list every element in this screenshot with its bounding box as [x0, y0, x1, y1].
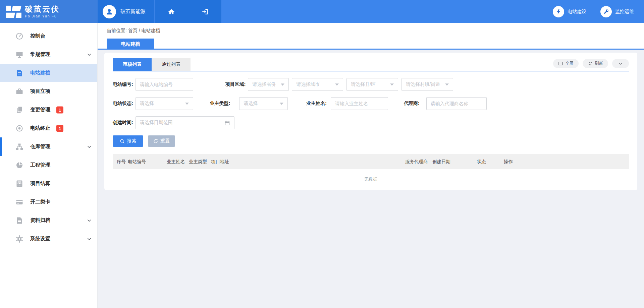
chevron-down-icon: [87, 218, 92, 223]
pie-chart-icon: [15, 161, 23, 169]
content-area: 当前位置: 首页 / 电站建档 电站建档 审核列表 通过列表 全屏: [98, 23, 644, 308]
caret-down-icon: [280, 102, 283, 105]
search-icon: [120, 139, 125, 144]
owner-type-select[interactable]: 请选择: [239, 97, 288, 110]
sidebar-item-dashboard[interactable]: 控制台: [0, 27, 97, 45]
created-time-label: 创建时间:: [113, 120, 133, 126]
home-button[interactable]: [154, 0, 188, 23]
sidebar-item-change-mgmt[interactable]: 变更管理 1: [0, 101, 97, 119]
nav-monitor-ops[interactable]: 监控运维: [600, 6, 634, 17]
col-status: 状态: [477, 154, 486, 170]
breadcrumb: 当前位置: 首页 / 电站建档: [107, 28, 160, 34]
station-no-label: 电站编号:: [113, 81, 133, 87]
reset-button[interactable]: 重置: [148, 135, 175, 147]
date-range-input[interactable]: 请选择日期范围: [136, 116, 234, 129]
agent-label: 代理商:: [404, 101, 420, 107]
station-status-label: 电站状态:: [113, 101, 133, 107]
sidebar: 控制台 常规管理 电站建档 项目立项 变更管理 1: [0, 23, 98, 308]
sidebar-item-data-archive[interactable]: 资料归档: [0, 211, 97, 230]
topbar-nav: 电站建设 监控运维: [553, 0, 644, 23]
station-terminate-badge: 1: [56, 125, 63, 132]
record-circle-icon: [15, 124, 23, 132]
station-status-select[interactable]: 请选择: [136, 97, 193, 110]
col-index: 序号: [117, 154, 126, 170]
topbar: 破茧云伏 Po Jian Yun Fu 破茧新能源: [0, 0, 644, 23]
col-owner-name: 业主姓名: [167, 154, 185, 170]
refresh-button[interactable]: 刷新: [583, 59, 608, 68]
avatar: [103, 5, 116, 18]
sitemap-icon: [15, 143, 23, 151]
nav-station-build[interactable]: 电站建设: [553, 6, 586, 17]
topbar-user-section: 破茧新能源: [98, 0, 221, 23]
topbar-spacer: [221, 0, 553, 23]
empty-state: 无数据: [113, 169, 629, 189]
caret-down-icon: [335, 83, 339, 86]
monitor-icon: [15, 51, 23, 59]
content-header: 当前位置: 首页 / 电站建档 电站建档: [98, 23, 644, 50]
nav-monitor-ops-label: 监控运维: [615, 9, 634, 15]
owner-name-input[interactable]: [331, 97, 388, 110]
company-name: 破茧新能源: [120, 8, 146, 15]
station-no-input[interactable]: [136, 78, 193, 91]
caret-down-icon: [445, 83, 449, 86]
col-create-date: 创建日期: [432, 154, 450, 170]
gauge-icon: [15, 32, 23, 40]
sidebar-item-system-settings[interactable]: 系统设置: [0, 230, 97, 248]
chevron-down-icon: [87, 144, 92, 149]
tab-passed-list[interactable]: 通过列表: [152, 58, 191, 71]
sidebar-item-warehouse-mgmt[interactable]: 仓库管理: [0, 137, 97, 156]
calendar-icon: [224, 120, 230, 126]
brand-logo: 破茧云伏 Po Jian Yun Fu: [0, 0, 98, 23]
nav-station-build-label: 电站建设: [568, 9, 586, 15]
city-select[interactable]: 请选择城市: [292, 78, 343, 91]
breadcrumb-path[interactable]: 首页 / 电站建档: [128, 28, 160, 33]
caret-down-icon: [185, 102, 189, 105]
sidebar-item-station-terminate[interactable]: 电站终止 1: [0, 119, 97, 137]
sidebar-item-engineering-mgmt[interactable]: 工程管理: [0, 156, 97, 174]
brand-logo-icon: [6, 5, 21, 18]
village-select[interactable]: 请选择村镇/街道: [401, 78, 453, 91]
search-button[interactable]: 搜索: [113, 135, 143, 147]
document-icon: [15, 69, 23, 77]
caret-down-icon: [281, 83, 284, 86]
user-menu[interactable]: 破茧新能源: [98, 0, 154, 23]
main-panel: 审核列表 通过列表 全屏: [104, 53, 637, 190]
file-icon: [15, 217, 23, 225]
briefcase-icon: [15, 87, 23, 96]
logout-button[interactable]: [188, 0, 221, 23]
col-address: 项目地址: [211, 154, 229, 170]
fullscreen-icon: [558, 61, 563, 66]
home-icon: [168, 8, 175, 15]
form-actions: 搜索 重置: [113, 135, 629, 147]
agent-input[interactable]: [426, 97, 487, 110]
owner-type-label: 业主类型:: [210, 101, 230, 107]
wrench-icon: [600, 6, 612, 17]
page-tab-station-archive[interactable]: 电站建档: [107, 39, 154, 50]
calculator-icon: [15, 180, 23, 188]
gear-icon: [15, 235, 23, 243]
owner-name-label: 业主姓名:: [306, 101, 327, 107]
sidebar-item-card-opening[interactable]: 开二类卡: [0, 193, 97, 211]
logout-icon: [201, 8, 209, 15]
pages-icon: [15, 106, 23, 114]
sidebar-item-project-settlement[interactable]: 项目结算: [0, 174, 97, 193]
tab-review-list[interactable]: 审核列表: [113, 58, 152, 71]
col-owner-type: 业主类型: [189, 154, 207, 170]
sidebar-item-project-initiation[interactable]: 项目立项: [0, 82, 97, 101]
panel-tools: 全屏 刷新: [553, 59, 629, 68]
sidebar-item-general-mgmt[interactable]: 常规管理: [0, 45, 97, 64]
brand-subtitle: Po Jian Yun Fu: [25, 14, 60, 18]
breadcrumb-prefix: 当前位置:: [107, 28, 127, 33]
fullscreen-button[interactable]: 全屏: [553, 59, 579, 68]
collapse-button[interactable]: [612, 59, 629, 68]
chevron-down-icon: [87, 52, 92, 57]
county-select[interactable]: 请选择县/区: [346, 78, 398, 91]
caret-down-icon: [390, 83, 394, 86]
list-tabs: 审核列表 通过列表 全屏: [113, 58, 629, 71]
col-actions: 操作: [504, 154, 513, 170]
lightning-icon: [553, 6, 564, 17]
chevron-down-icon: [87, 236, 92, 242]
change-mgmt-badge: 1: [56, 106, 63, 113]
province-select[interactable]: 请选择省份: [248, 78, 289, 91]
sidebar-item-station-archive[interactable]: 电站建档: [0, 64, 97, 82]
